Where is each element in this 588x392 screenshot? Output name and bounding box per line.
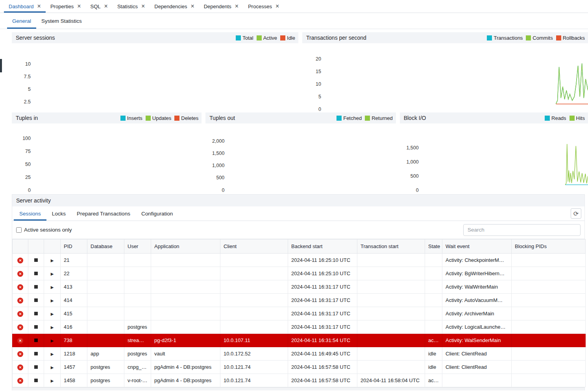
tab-configuration[interactable]: Configuration: [136, 206, 178, 221]
close-tab-icon[interactable]: ×: [104, 3, 108, 9]
chart-panel-tuples-in: Tuples inInsertsUpdatesDeletes1007550250: [12, 112, 202, 189]
tab-dependents[interactable]: Dependents×: [199, 0, 243, 13]
close-tab-icon[interactable]: ×: [37, 3, 41, 9]
column-header-backend-start[interactable]: Backend start: [288, 239, 357, 254]
cancel-query-icon[interactable]: ×: [17, 271, 23, 277]
tab-processes[interactable]: Processes×: [243, 0, 284, 13]
column-header-state[interactable]: State: [425, 239, 442, 254]
horizontal-scrollbar[interactable]: [12, 387, 584, 390]
y-tick-label: 10: [25, 61, 31, 67]
expand-details-icon[interactable]: ▶: [51, 365, 54, 370]
column-header-client[interactable]: Client: [220, 239, 288, 254]
cell-backend_start: 2024-04-11 16:31:17 UTC: [288, 280, 357, 294]
expand-details-icon[interactable]: ▶: [51, 379, 54, 383]
cancel-query-icon[interactable]: ×: [17, 324, 23, 330]
expand-details-icon[interactable]: ▶: [51, 258, 54, 263]
cell-pid: 414: [61, 294, 87, 307]
cancel-query-icon[interactable]: ×: [17, 351, 23, 357]
session-row[interactable]: ×▶738streami…pg-d2f3-110.0.107.112024-04…: [13, 334, 586, 347]
cell-state: [425, 307, 442, 320]
close-tab-icon[interactable]: ×: [276, 3, 279, 9]
cell-client: 10.0.107.11: [220, 334, 288, 347]
column-header-pid[interactable]: PID: [61, 239, 87, 254]
terminate-session-icon[interactable]: [34, 298, 38, 302]
tab-dashboard[interactable]: Dashboard×: [4, 0, 46, 13]
legend-label: Fetched: [343, 115, 362, 121]
tab-label: Properties: [50, 4, 74, 9]
terminate-session-icon[interactable]: [34, 285, 38, 289]
session-row[interactable]: ×▶1218apppostgresvault10.0.172.522024-04…: [13, 347, 586, 361]
tab-system-statistics[interactable]: System Statistics: [36, 13, 87, 29]
close-tab-icon[interactable]: ×: [141, 3, 145, 9]
cancel-query-icon[interactable]: ×: [17, 311, 23, 317]
chart-body: 20151050: [302, 43, 588, 109]
session-row[interactable]: ×▶1457postgrescnpg_p…pgAdmin 4 - DB:post…: [13, 361, 586, 374]
cancel-query-icon[interactable]: ×: [17, 258, 23, 263]
expand-details-icon[interactable]: ▶: [51, 272, 54, 276]
column-header-user[interactable]: User: [124, 239, 151, 254]
column-header-application[interactable]: Application: [151, 239, 220, 254]
close-tab-icon[interactable]: ×: [77, 3, 81, 9]
expand-details-icon[interactable]: ▶: [51, 285, 54, 289]
active-sessions-checkbox[interactable]: [16, 227, 22, 233]
tab-label: Dependents: [204, 4, 231, 9]
legend-hits: Hits: [570, 115, 585, 121]
terminate-session-icon[interactable]: [34, 379, 38, 382]
cell-transaction_start: [357, 280, 425, 294]
terminate-session-icon[interactable]: [34, 258, 38, 262]
tab-general[interactable]: General: [7, 13, 36, 29]
legend-deletes: Deletes: [174, 115, 198, 121]
terminate-session-icon[interactable]: [34, 325, 38, 329]
session-row[interactable]: ×▶4152024-04-11 16:31:17 UTCActivity: Ar…: [13, 307, 586, 320]
y-tick-label: 1,500: [406, 145, 418, 151]
column-header-database[interactable]: Database: [87, 239, 124, 254]
tab-sessions[interactable]: Sessions: [14, 206, 46, 221]
tab-statistics[interactable]: Statistics×: [113, 0, 150, 13]
cell-user: cnpg_p…: [124, 361, 151, 374]
tab-sql[interactable]: SQL×: [86, 0, 113, 13]
session-row[interactable]: ×▶416postgres2024-04-11 16:31:17 UTCActi…: [13, 320, 586, 334]
column-header-icon[interactable]: [13, 239, 28, 254]
cancel-query-icon[interactable]: ×: [17, 364, 23, 370]
session-row[interactable]: ×▶1458postgresv-root-s…pgAdmin 4 - DB:po…: [13, 374, 586, 387]
session-row[interactable]: ×▶4142024-04-11 16:31:17 UTCActivity: Au…: [13, 294, 586, 307]
chart-panel-server-sessions: Server sessionsTotalActiveIdle107.552.5: [12, 32, 298, 109]
close-tab-icon[interactable]: ×: [190, 3, 194, 9]
column-header-icon[interactable]: [44, 239, 61, 254]
expand-details-icon[interactable]: ▶: [51, 352, 54, 356]
terminate-session-icon[interactable]: [34, 312, 38, 315]
column-header-blocking-pids[interactable]: Blocking PIDs: [512, 239, 586, 254]
expand-details-icon[interactable]: ▶: [51, 325, 54, 329]
terminate-session-icon[interactable]: [34, 339, 38, 342]
tab-locks[interactable]: Locks: [46, 206, 71, 221]
session-row[interactable]: ×▶4132024-04-11 16:31:17 UTCActivity: Wa…: [13, 280, 586, 294]
cancel-query-icon[interactable]: ×: [17, 378, 23, 384]
column-header-transaction-start[interactable]: Transaction start: [357, 239, 425, 254]
legend-label: Total: [242, 35, 253, 41]
session-row[interactable]: ×▶212024-04-11 16:25:10 UTCActivity: Che…: [13, 254, 586, 267]
chart-body: 1,5001,0005000: [400, 123, 588, 189]
cancel-query-icon[interactable]: ×: [17, 298, 23, 304]
tab-properties[interactable]: Properties×: [46, 0, 86, 13]
chart-header: Tuples outFetchedReturned: [205, 112, 396, 123]
cancel-query-icon[interactable]: ×: [17, 284, 23, 290]
collapsed-panel-handle[interactable]: [0, 59, 2, 72]
column-header-icon[interactable]: [28, 239, 44, 254]
tab-prepared-transactions[interactable]: Prepared Transactions: [71, 206, 136, 221]
cancel-query-icon[interactable]: ×: [17, 338, 23, 344]
terminate-session-icon[interactable]: [34, 272, 38, 275]
y-tick-label: 25: [25, 175, 31, 180]
terminate-session-icon[interactable]: [34, 365, 38, 369]
tab-dependencies[interactable]: Dependencies×: [150, 0, 199, 13]
chart-plot-area: [325, 49, 588, 109]
expand-details-icon[interactable]: ▶: [51, 298, 54, 303]
session-row[interactable]: ×▶222024-04-11 16:25:10 UTCActivity: BgW…: [13, 267, 586, 280]
expand-details-icon[interactable]: ▶: [51, 339, 54, 343]
column-header-wait-event[interactable]: Wait event: [442, 239, 512, 254]
expand-details-icon[interactable]: ▶: [51, 312, 54, 316]
terminate-session-icon[interactable]: [34, 352, 38, 355]
refresh-button[interactable]: ⟳: [571, 208, 581, 219]
cell-client: [220, 320, 288, 334]
close-tab-icon[interactable]: ×: [235, 3, 239, 9]
search-input[interactable]: [463, 224, 581, 236]
